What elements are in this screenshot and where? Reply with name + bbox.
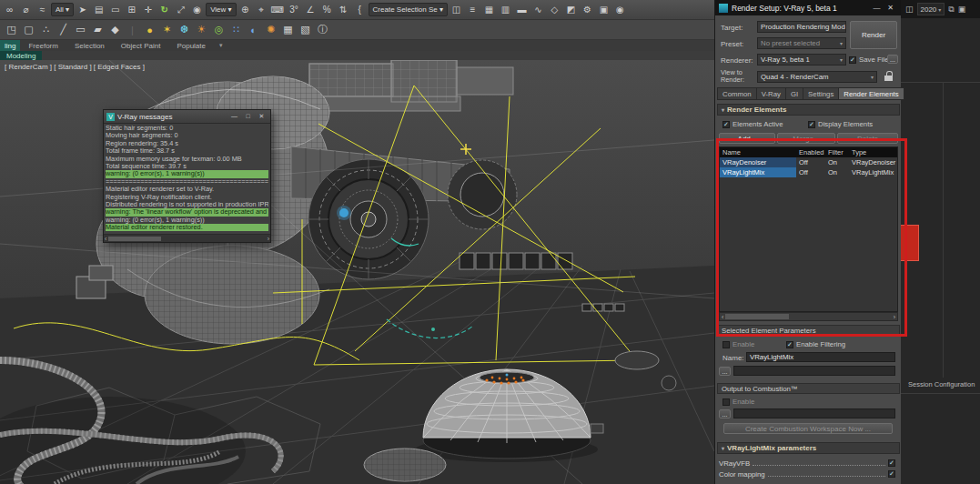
slate-tool-icon[interactable]: ▧: [298, 22, 313, 37]
ribbon-toggle-icon[interactable]: ▬: [514, 2, 530, 17]
scene-explorer-icon[interactable]: ▦: [481, 2, 497, 17]
edge-mode-icon[interactable]: ╱: [56, 22, 71, 37]
view-to-render-dropdown[interactable]: Quad 4 - RenderCam ▾: [757, 71, 877, 83]
combustion-path-field[interactable]: [733, 408, 895, 418]
rectangular-selection-icon[interactable]: ▭: [107, 2, 123, 17]
material-editor-icon[interactable]: ◩: [563, 2, 579, 17]
render-setup-tab[interactable]: V-Ray: [756, 87, 785, 100]
render-setup-titlebar[interactable]: Render Setup: V-Ray 5, beta 1 — ✕: [715, 0, 901, 15]
save-file-checkbox[interactable]: ✓ Save File: [849, 55, 889, 64]
use-pivot-point-icon[interactable]: ⊕: [237, 2, 253, 17]
ribbon-tab[interactable]: Populate: [168, 40, 214, 51]
render-setup-tab[interactable]: GI: [785, 87, 803, 100]
minimize-icon[interactable]: —: [870, 4, 884, 12]
workspace-icon[interactable]: ⧉: [948, 5, 954, 15]
session-configuration-label[interactable]: Session Configuration: [908, 380, 975, 388]
conform-brush-icon[interactable]: ◎: [211, 22, 227, 37]
elements-active-checkbox[interactable]: ✓ Elements Active: [722, 120, 783, 128]
reference-coordinate-dropdown[interactable]: View ▾: [206, 3, 236, 16]
ribbon-tab[interactable]: Freeform: [20, 40, 66, 51]
render-button[interactable]: Render: [850, 21, 897, 49]
render-setup-tab[interactable]: Settings: [803, 87, 838, 100]
close-icon[interactable]: ✕: [884, 4, 897, 12]
parameter-checkbox[interactable]: ✓: [888, 470, 895, 478]
output-path-field[interactable]: [733, 366, 895, 376]
column-header[interactable]: Enabled: [796, 148, 825, 156]
selection-lock-icon[interactable]: ▢: [21, 22, 36, 37]
enable-filtering-checkbox[interactable]: ✓ Enable Filtering: [786, 340, 845, 348]
parameter-checkbox[interactable]: ✓: [888, 459, 895, 467]
element-mode-icon[interactable]: ◆: [107, 22, 123, 37]
vertex-mode-icon[interactable]: ∴: [38, 22, 54, 37]
pivot-icon[interactable]: ◳: [4, 22, 19, 37]
grid-tool-icon[interactable]: ▦: [280, 22, 296, 37]
border-mode-icon[interactable]: ▭: [73, 22, 88, 37]
column-header[interactable]: Type: [849, 148, 897, 156]
curve-editor-icon[interactable]: ∿: [530, 2, 546, 17]
browse-button[interactable]: ...: [719, 367, 731, 376]
delete-element-button[interactable]: Delete: [837, 133, 898, 144]
column-header[interactable]: Filter: [825, 148, 849, 156]
enable-checkbox[interactable]: Enable: [722, 340, 754, 348]
angle-snap-icon[interactable]: ∠: [303, 2, 318, 17]
spinner-snap-icon[interactable]: ⇅: [336, 2, 351, 17]
vray-messages-log[interactable]: Static hair segments: 0Moving hair segme…: [104, 124, 270, 234]
close-icon[interactable]: ✕: [256, 113, 268, 120]
rendered-frame-icon[interactable]: ▣: [596, 2, 611, 17]
combustion-browse-button[interactable]: ...: [719, 409, 731, 418]
preset-dropdown[interactable]: No preset selected ▾: [757, 37, 846, 49]
element-name-field[interactable]: VRayLightMix: [746, 352, 895, 362]
toolbar-separator[interactable]: |: [125, 22, 140, 37]
sphere-brush-icon[interactable]: ●: [142, 22, 157, 37]
sun-icon[interactable]: ☀: [194, 22, 209, 37]
select-and-manipulate-icon[interactable]: ⌖: [254, 2, 269, 17]
scroll-left-arrow[interactable]: ‹: [722, 314, 723, 320]
mirror-icon[interactable]: ◫: [449, 2, 464, 17]
star-shape-icon[interactable]: ✶: [159, 22, 175, 37]
save-file-browse-button[interactable]: ...: [887, 55, 898, 64]
column-header[interactable]: Name: [720, 148, 796, 156]
select-and-link-icon[interactable]: ∞: [2, 2, 17, 17]
create-combustion-workspace-button[interactable]: Create Combustion Workspace Now ...: [723, 423, 893, 434]
combustion-enable-checkbox[interactable]: Enable: [722, 398, 754, 406]
window-crossing-icon[interactable]: ⊞: [124, 2, 139, 17]
element-row[interactable]: VRayDenoiser Off On VRayDenoiser: [720, 157, 897, 167]
ribbon-tab[interactable]: Selection: [66, 40, 113, 51]
horizontal-scrollbar[interactable]: ‹ ›: [104, 234, 270, 242]
render-setup-tab[interactable]: Common: [717, 87, 756, 100]
scroll-thumb[interactable]: [108, 237, 161, 241]
lock-icon[interactable]: [884, 71, 894, 82]
snaps-toggle-icon[interactable]: 3°: [287, 2, 302, 17]
window-icon[interactable]: ◫: [905, 5, 914, 14]
scroll-right-arrow[interactable]: ›: [268, 236, 269, 242]
version-dropdown[interactable]: 2020 ▾: [917, 3, 945, 15]
bind-to-space-warp-icon[interactable]: ≈: [35, 2, 50, 17]
half-sphere-icon[interactable]: ◐: [246, 22, 261, 37]
list-horizontal-scrollbar[interactable]: ‹ ›: [719, 312, 898, 321]
info-icon[interactable]: ⓘ: [315, 22, 330, 37]
ribbon-tab-modeling[interactable]: ling: [0, 40, 20, 51]
render-elements-list[interactable]: NameEnabledFilterType VRayDenoiser Off O…: [719, 146, 898, 312]
monitor-icon[interactable]: ▣: [958, 5, 966, 14]
render-elements-rollout[interactable]: ▾ Render Elements: [717, 104, 900, 116]
scroll-right-arrow[interactable]: ›: [894, 314, 895, 320]
schematic-view-icon[interactable]: ◇: [547, 2, 562, 17]
swirl-icon[interactable]: ✺: [263, 22, 278, 37]
viewport-shading-label[interactable]: [ RenderCam ] [ Standard ] [ Edged Faces…: [5, 63, 145, 71]
named-selection-dropdown[interactable]: Create Selection Se ▾: [369, 3, 448, 16]
element-row[interactable]: VRayLightMix Off On VRayLightMix: [720, 167, 897, 177]
target-dropdown[interactable]: Production Rendering Mode ▾: [757, 21, 846, 33]
select-object-icon[interactable]: ➤: [75, 2, 90, 17]
scroll-left-arrow[interactable]: ‹: [105, 236, 106, 242]
dots-tool-icon[interactable]: ∷: [228, 22, 244, 37]
select-and-place-icon[interactable]: ◉: [189, 2, 205, 17]
render-setup-icon[interactable]: ⚙: [580, 2, 595, 17]
polygon-mode-icon[interactable]: ▰: [90, 22, 106, 37]
scroll-thumb[interactable]: [725, 314, 789, 319]
select-and-move-icon[interactable]: ✛: [140, 2, 156, 17]
align-icon[interactable]: ≡: [465, 2, 480, 17]
selection-filter-dropdown[interactable]: All ▾: [51, 3, 74, 16]
keyboard-shortcut-toggle-icon[interactable]: ⌨: [270, 2, 286, 17]
chevron-down-icon[interactable]: ▾: [219, 40, 223, 51]
layer-explorer-icon[interactable]: ▥: [498, 2, 513, 17]
